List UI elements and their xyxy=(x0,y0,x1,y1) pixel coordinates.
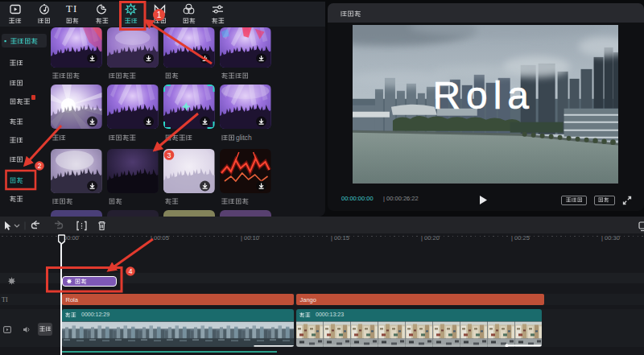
svg-text:1: 1 xyxy=(157,10,162,19)
svg-text:4: 4 xyxy=(129,267,133,275)
svg-text:2: 2 xyxy=(38,162,42,170)
svg-text:3: 3 xyxy=(167,151,171,159)
